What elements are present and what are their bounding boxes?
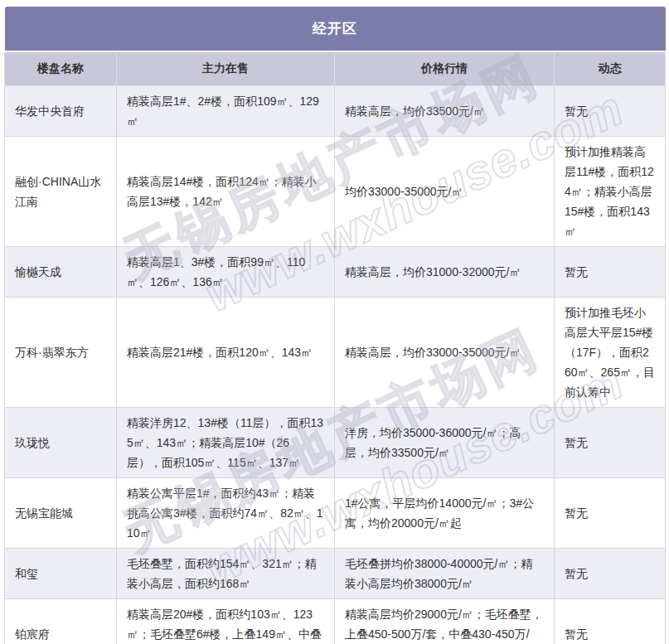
news-cell: 暂无 [555,549,666,599]
property-name-cell: 融创·CHINA山水江南 [5,137,117,247]
region-title-row: 经开区 [5,7,666,51]
price-cell: 毛坯叠拼均价38000-40000元/㎡；精装小高层均价38000元/㎡ [335,549,555,599]
price-cell: 均价33000-35000元/㎡ [335,137,555,247]
price-cell: 1#公寓，平层均价14000元/㎡；3#公寓，均价20000元/㎡起 [335,478,555,549]
main-sale-cell: 毛坯叠墅，面积约154㎡、321㎡；精装小高层，面积约168㎡ [117,549,335,599]
main-sale-cell: 精装洋房12、13#楼（11层），面积135㎡、143㎡；精装高层10#（26层… [117,408,335,478]
property-name-cell: 和玺 [5,549,117,599]
column-header-price: 价格行情 [335,51,555,86]
column-header-name: 楼盘名称 [5,51,117,86]
main-sale-cell: 精装高层1、3#楼，面积99㎡、110㎡、126㎡、136㎡ [117,247,335,298]
price-cell: 精装高层均价29000元/㎡；毛坯叠墅，上叠450-500万/套，中叠430-4… [335,599,555,644]
news-cell: 暂无 [555,86,666,137]
table-row: 无锡宝能城 精装公寓平层1#，面积约43㎡；精装挑高公寓3#楼，面积约74㎡、8… [5,478,666,549]
news-cell: 预计加推精装高层11#楼，面积124㎡；精装小高层15#楼，面积143㎡ [555,137,666,247]
table-row: 铂宸府 精装高层20#楼，面积约103㎡、123㎡；毛坯叠墅6#楼，上叠149㎡… [5,599,666,644]
news-cell: 暂无 [555,478,666,549]
property-name-cell: 华发中央首府 [5,86,117,137]
region-title: 经开区 [5,7,666,51]
region-table: 经开区 楼盘名称 主力在售 价格行情 动态 华发中央首府 精装高层1#、2#楼，… [4,7,666,644]
price-cell: 洋房，均价35000-36000元/㎡；高层，均价33500元/㎡ [335,408,555,478]
price-cell: 精装高层，均价33500元/㎡ [335,86,555,137]
column-header-news: 动态 [555,51,666,86]
main-sale-cell: 精装高层20#楼，面积约103㎡、123㎡；毛坯叠墅6#楼，上叠149㎡、中叠1… [117,599,335,644]
property-name-cell: 愉樾天成 [5,247,117,298]
news-cell: 暂无 [555,599,666,644]
main-sale-cell: 精装高层14#楼，面积124㎡；精装小高层13#楼，142㎡ [117,137,335,247]
table-row: 华发中央首府 精装高层1#、2#楼，面积109㎡、129㎡ 精装高层，均价335… [5,86,666,137]
news-cell: 预计加推毛坯小高层大平层15#楼（17F），面积260㎡、265㎡，目前认筹中 [555,298,666,408]
main-sale-cell: 精装高层21#楼，面积120㎡、143㎡ [117,298,335,408]
main-sale-cell: 精装高层1#、2#楼，面积109㎡、129㎡ [117,86,335,137]
news-cell: 暂无 [555,247,666,298]
table-row: 愉樾天成 精装高层1、3#楼，面积99㎡、110㎡、126㎡、136㎡ 精装高层… [5,247,666,298]
news-cell: 暂无 [555,408,666,478]
price-cell: 精装高层，均价33000-35000元/㎡ [335,298,555,408]
property-name-cell: 无锡宝能城 [5,478,117,549]
region-table-wrap: 经开区 楼盘名称 主力在售 价格行情 动态 华发中央首府 精装高层1#、2#楼，… [4,7,665,644]
property-name-cell: 铂宸府 [5,599,117,644]
table-row: 玖珑悦 精装洋房12、13#楼（11层），面积135㎡、143㎡；精装高层10#… [5,408,666,478]
main-sale-cell: 精装公寓平层1#，面积约43㎡；精装挑高公寓3#楼，面积约74㎡、82㎡、110… [117,478,335,549]
table-row: 融创·CHINA山水江南 精装高层14#楼，面积124㎡；精装小高层13#楼，1… [5,137,666,247]
property-name-cell: 玖珑悦 [5,408,117,478]
table-row: 万科·翡翠东方 精装高层21#楼，面积120㎡、143㎡ 精装高层，均价3300… [5,298,666,408]
column-header-row: 楼盘名称 主力在售 价格行情 动态 [5,51,666,86]
table-row: 和玺 毛坯叠墅，面积约154㎡、321㎡；精装小高层，面积约168㎡ 毛坯叠拼均… [5,549,666,599]
price-cell: 精装高层，均价31000-32000元/㎡ [335,247,555,298]
page: 经开区 楼盘名称 主力在售 价格行情 动态 华发中央首府 精装高层1#、2#楼，… [0,0,669,644]
column-header-sale: 主力在售 [117,51,335,86]
property-name-cell: 万科·翡翠东方 [5,298,117,408]
